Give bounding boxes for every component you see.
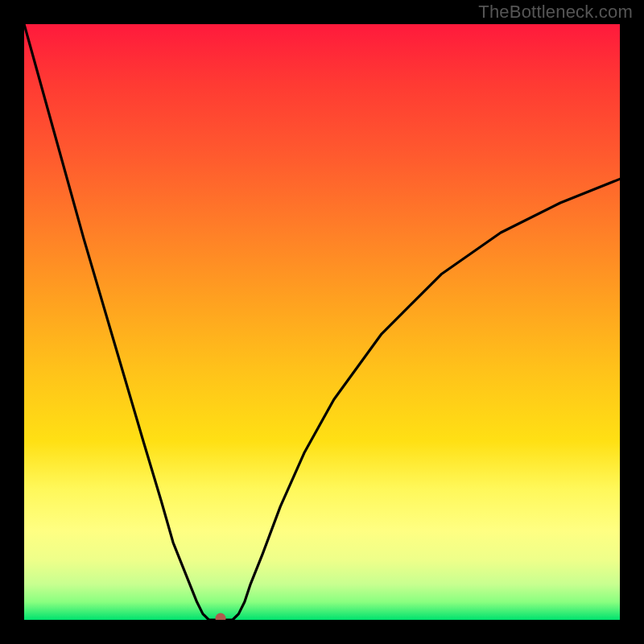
watermark-text: TheBottleneck.com [478,2,633,23]
bottleneck-curve [24,24,620,620]
optimal-point-marker [216,613,226,621]
plot-area [24,24,620,620]
curve-path [24,24,620,620]
chart-frame: TheBottleneck.com [0,0,644,644]
